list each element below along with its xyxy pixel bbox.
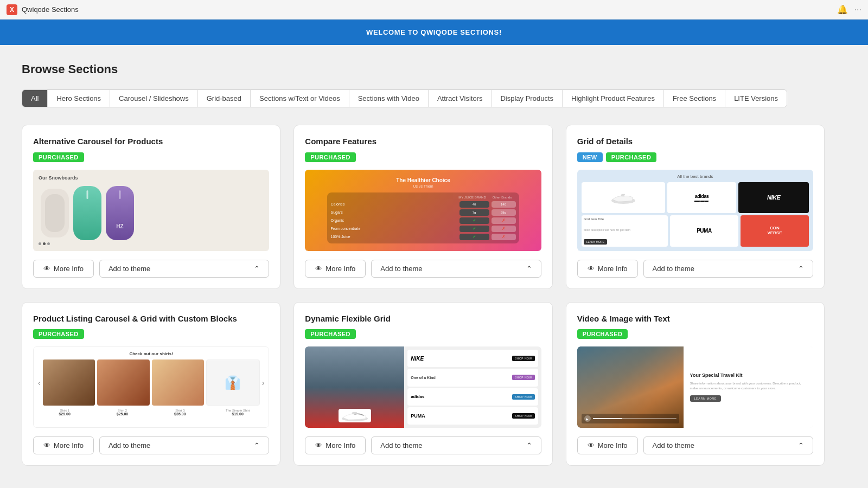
more-info-button[interactable]: 👁 More Info (33, 260, 94, 278)
card-image-video: ▶ Your Special Travel Kit Share informat… (577, 346, 813, 428)
more-info-button[interactable]: 👁 More Info (33, 436, 94, 454)
tab-lite-versions[interactable]: LITE Versions (725, 90, 787, 107)
chevron-icon: ⌃ (526, 265, 532, 273)
more-info-label: More Info (326, 441, 355, 450)
titlebar-left: X Qwiqode Sections (7, 4, 79, 15)
badge-row: PURCHASED (305, 152, 541, 162)
tab-free-sections[interactable]: Free Sections (664, 90, 725, 107)
carousel-image-title: Our Snowboards (39, 175, 78, 181)
tab-sections-video[interactable]: Sections with Video (349, 90, 429, 107)
more-info-button[interactable]: 👁 More Info (577, 436, 638, 454)
add-theme-label: Add to theme (108, 441, 150, 450)
eye-icon: 👁 (43, 441, 50, 450)
chevron-icon: ⌃ (798, 441, 804, 450)
card-actions: 👁 More Info Add to theme ⌃ (305, 436, 541, 454)
add-to-theme-button[interactable]: Add to theme ⌃ (643, 260, 813, 278)
add-theme-label: Add to theme (653, 265, 694, 273)
card-actions: 👁 More Info Add to theme ⌃ (577, 436, 813, 454)
add-to-theme-button[interactable]: Add to theme ⌃ (99, 260, 269, 278)
eye-icon: 👁 (43, 265, 50, 273)
chevron-icon: ⌃ (526, 441, 532, 450)
card-actions: 👁 More Info Add to theme ⌃ (577, 260, 813, 278)
more-info-label: More Info (54, 265, 84, 273)
card-title: Grid of Details (577, 136, 813, 147)
card-actions: 👁 More Info Add to theme ⌃ (33, 260, 269, 278)
card-title: Dynamic Flexible Grid (305, 313, 541, 324)
add-to-theme-button[interactable]: Add to theme ⌃ (99, 436, 269, 454)
card-image-carousel: Our Snowboards HZ (33, 170, 269, 251)
more-icon[interactable]: ··· (854, 5, 861, 15)
badge-row: PURCHASED (33, 152, 269, 162)
card-image-grid: All the best brands adidas (577, 170, 813, 251)
app-logo: X (7, 4, 17, 15)
card-compare-features: Compare Features PURCHASED The Healthier… (293, 125, 552, 289)
add-to-theme-button[interactable]: Add to theme ⌃ (371, 260, 541, 278)
badge-purchased: PURCHASED (577, 329, 628, 339)
card-carousel-products: Alternative Carousel for Products PURCHA… (22, 125, 280, 289)
more-info-button[interactable]: 👁 More Info (577, 260, 638, 278)
card-title: Video & Image with Text (577, 313, 813, 324)
badge-row: PURCHASED (305, 329, 541, 339)
badge-new: NEW (577, 152, 603, 162)
badge-purchased: PURCHASED (33, 329, 84, 339)
tab-hero-sections[interactable]: Hero Sections (48, 90, 110, 107)
card-product-listing: Product Listing Carousel & Grid with Cus… (22, 302, 280, 466)
tab-all[interactable]: All (22, 90, 48, 107)
notification-icon[interactable]: 🔔 (837, 4, 848, 15)
badge-row: PURCHASED (577, 329, 813, 339)
eye-icon: 👁 (315, 441, 322, 450)
card-image-dynamic: NIKE SHOP NOW One of a Kind SHOP NOW adi… (305, 346, 541, 428)
titlebar: X Qwiqode Sections 🔔 ··· (0, 0, 868, 20)
add-to-theme-button[interactable]: Add to theme ⌃ (371, 436, 541, 454)
filter-tabs: All Hero Sections Carousel / Slideshows … (22, 89, 787, 107)
more-info-label: More Info (598, 441, 628, 450)
more-info-label: More Info (54, 441, 84, 450)
tab-sections-text-videos[interactable]: Sections w/Text or Videos (251, 90, 349, 107)
tab-grid-based[interactable]: Grid-based (198, 90, 251, 107)
badge-purchased: PURCHASED (305, 329, 356, 339)
chevron-icon: ⌃ (254, 441, 260, 450)
more-info-label: More Info (598, 265, 628, 273)
chevron-icon: ⌃ (254, 265, 260, 273)
add-theme-label: Add to theme (108, 265, 150, 273)
cards-grid: Alternative Carousel for Products PURCHA… (22, 125, 825, 466)
welcome-banner: WELCOME TO QWIQODE SECTIONS! (0, 20, 868, 45)
banner-text: WELCOME TO QWIQODE SECTIONS! (366, 28, 502, 36)
badge-purchased: PURCHASED (606, 152, 657, 162)
tab-highlight-features[interactable]: Highlight Product Features (563, 90, 664, 107)
card-actions: 👁 More Info Add to theme ⌃ (33, 436, 269, 454)
eye-icon: 👁 (315, 265, 322, 273)
more-info-button[interactable]: 👁 More Info (305, 436, 366, 454)
card-image-product: Check out our shirts! ‹ (33, 346, 269, 428)
tab-carousel-slideshows[interactable]: Carousel / Slideshows (110, 90, 198, 107)
main-content: Browse Sections All Hero Sections Carous… (0, 45, 846, 483)
eye-icon: 👁 (588, 441, 595, 450)
page-title: Browse Sections (22, 62, 825, 76)
add-theme-label: Add to theme (380, 441, 422, 450)
card-title: Compare Features (305, 136, 541, 147)
eye-icon: 👁 (588, 265, 595, 273)
add-theme-label: Add to theme (380, 265, 422, 273)
card-title: Alternative Carousel for Products (33, 136, 269, 147)
tab-attract-visitors[interactable]: Attract Visitors (429, 90, 492, 107)
chevron-icon: ⌃ (798, 265, 804, 273)
add-to-theme-button[interactable]: Add to theme ⌃ (643, 436, 813, 454)
card-title: Product Listing Carousel & Grid with Cus… (33, 313, 269, 324)
more-info-label: More Info (326, 265, 355, 273)
badge-row: PURCHASED (33, 329, 269, 339)
card-video-image: Video & Image with Text PURCHASED ▶ (566, 302, 825, 466)
badge-row: NEW PURCHASED (577, 152, 813, 162)
card-actions: 👁 More Info Add to theme ⌃ (305, 260, 541, 278)
tab-display-products[interactable]: Display Products (492, 90, 563, 107)
add-theme-label: Add to theme (653, 441, 694, 450)
titlebar-right: 🔔 ··· (837, 4, 861, 15)
filter-tabs-container: All Hero Sections Carousel / Slideshows … (22, 89, 825, 125)
card-dynamic-grid: Dynamic Flexible Grid PURCHASED (293, 302, 552, 466)
more-info-button[interactable]: 👁 More Info (305, 260, 366, 278)
badge-purchased: PURCHASED (33, 152, 84, 162)
app-title: Qwiqode Sections (22, 5, 79, 14)
badge-purchased: PURCHASED (305, 152, 356, 162)
card-image-compare: The Healthier Choice Us vs Them MY JUICE… (305, 170, 541, 251)
card-grid-details: Grid of Details NEW PURCHASED All the be… (566, 125, 825, 289)
